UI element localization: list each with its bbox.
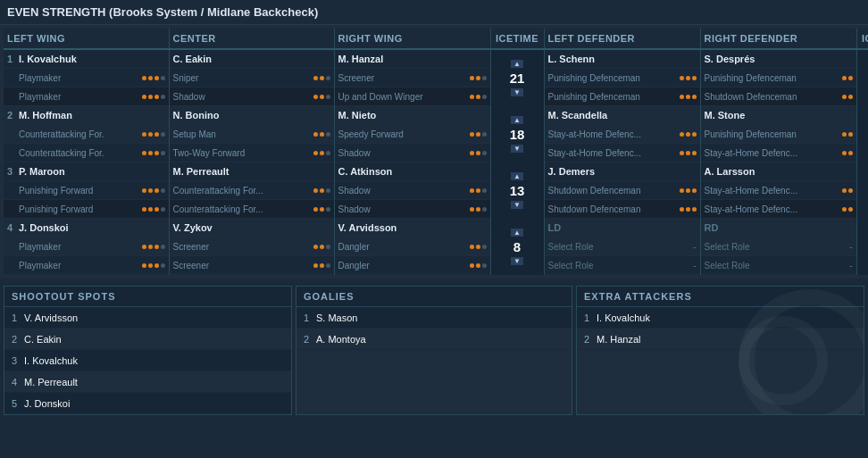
- icetime-up-4[interactable]: ▲: [511, 229, 523, 237]
- role-row-lw-3-1: Punishing Forward: [4, 200, 169, 219]
- lineup-cell-lw-2: 2M. Hoffman Counterattacking For. Counte…: [4, 106, 169, 162]
- col-header-rw: RIGHT WING: [334, 29, 490, 49]
- icetime-cell: ▲ 13 ▼: [490, 162, 544, 219]
- icetime-down-4[interactable]: ▼: [511, 257, 523, 265]
- player-name-lw-4: J. Donskoi: [19, 222, 165, 233]
- player-name-lw-3: P. Maroon: [19, 166, 165, 177]
- icetime-down-2[interactable]: ▼: [511, 145, 523, 153]
- role-row-ld-3-0: Shutdown Defenceman: [545, 181, 700, 200]
- lineup-cell-ld-3: J. Demers Shutdown Defenceman Shutdown D…: [544, 162, 700, 219]
- lineup-cell-lw-4: 4J. Donskoi Playmaker Playmaker: [4, 219, 169, 275]
- lineup-cell-rd-1: S. Després Punishing Defenceman Shutdown…: [700, 49, 856, 106]
- player-row-lw-1: 1I. Kovalchuk: [4, 50, 169, 69]
- player-row-rw-4: V. Arvidsson: [335, 219, 490, 237]
- role-row-rd-1-0: Punishing Defenceman: [701, 69, 856, 87]
- role-row-rd-3-1: Stay-at-Home Defenc...: [701, 200, 856, 219]
- icetime-down-1[interactable]: ▼: [511, 88, 523, 96]
- player-row-ld-2: M. Scandella: [545, 106, 700, 125]
- player-row-rw-1: M. Hanzal: [335, 50, 490, 69]
- role-row-rw-1-1: Up and Down Winger: [335, 87, 490, 106]
- role-row-rw-2-0: Speedy Forward: [335, 125, 490, 144]
- player-row-rd-2: M. Stone: [701, 106, 856, 125]
- lineup-cell-ld-4: LD Select Role - Select Role -: [544, 219, 700, 275]
- icetime-up-2[interactable]: ▲: [511, 116, 523, 124]
- role-row-rw-4-0: Dangler: [335, 237, 490, 256]
- player-row-rd-4: RD: [701, 219, 856, 237]
- role-row-rd-3-0: Stay-at-Home Defenc...: [701, 181, 856, 200]
- player-name-rd-1: S. Després: [705, 54, 853, 64]
- icetime-up-3[interactable]: ▲: [511, 172, 523, 180]
- role-row-rw-1-0: Screener: [335, 69, 490, 87]
- role-row-ld-2-0: Stay-at-Home Defenc...: [545, 125, 700, 144]
- player-row-rd-3: A. Larsson: [701, 162, 856, 181]
- icetime2-cell: ▲ 20 ▼: [856, 106, 868, 162]
- role-row-rw-4-1: Dangler: [335, 256, 490, 275]
- role-row-ld-2-1: Stay-at-Home Defenc...: [545, 144, 700, 162]
- player-row-ld-4: LD: [545, 219, 700, 237]
- lineup-cell-rd-4: RD Select Role - Select Role -: [700, 219, 856, 275]
- role-row-c-4-1: Screener: [170, 256, 334, 275]
- player-row-ld-1: L. Schenn: [545, 50, 700, 69]
- player-name-rd-2: M. Stone: [705, 110, 853, 121]
- player-row-rw-2: M. Nieto: [335, 106, 490, 125]
- table-row: 2M. Hoffman Counterattacking For. Counte…: [4, 106, 868, 162]
- player-name-rw-2: M. Nieto: [338, 110, 487, 121]
- role-row-lw-3-0: Punishing Forward: [4, 181, 169, 200]
- role-row-rd-2-0: Punishing Defenceman: [701, 125, 856, 144]
- player-name-ld-3: J. Demers: [548, 166, 697, 177]
- player-name-rw-3: C. Atkinson: [338, 166, 487, 177]
- player-name-lw-2: M. Hoffman: [19, 110, 165, 121]
- page-title: EVEN STRENGTH (Brooks System / Midlane B…: [0, 0, 868, 25]
- role-row-rd-1-1: Shutdown Defenceman: [701, 87, 856, 106]
- icetime2-cell: ▲ 0 ▼: [856, 219, 868, 275]
- role-row-ld-4-0: Select Role -: [545, 237, 700, 256]
- role-row-lw-1-1: Playmaker: [4, 87, 169, 106]
- player-row-c-3: M. Perreault: [170, 162, 334, 181]
- role-row-rd-4-0: Select Role -: [701, 237, 856, 256]
- lineup-cell-rw-3: C. Atkinson Shadow Shadow: [334, 162, 490, 219]
- line-number: 4: [7, 222, 16, 233]
- role-row-c-4-0: Screener: [170, 237, 334, 256]
- shootout-panel: SHOOTOUT SPOTS 1V. Arvidsson2C. Eakin3I.…: [4, 286, 292, 415]
- player-name-ld-1: L. Schenn: [548, 54, 697, 64]
- icetime-cell: ▲ 8 ▼: [490, 219, 544, 275]
- list-item: 2C. Eakin: [4, 329, 291, 350]
- col-header-icetime1: ICETIME: [490, 29, 544, 49]
- lineup-cell-rw-1: M. Hanzal Screener Up and Down Winger: [334, 49, 490, 106]
- player-name-c-1: C. Eakin: [173, 54, 330, 64]
- role-row-c-1-1: Shadow: [170, 87, 334, 106]
- role-row-ld-3-1: Shutdown Defenceman: [545, 200, 700, 219]
- line-number: 1: [7, 54, 16, 64]
- role-row-lw-1-0: Playmaker: [4, 69, 169, 87]
- col-header-rd: RIGHT DEFENDER: [700, 29, 856, 49]
- icetime-cell: ▲ 21 ▼: [490, 49, 544, 106]
- player-name-lw-1: I. Kovalchuk: [19, 54, 165, 64]
- player-row-rw-3: C. Atkinson: [335, 162, 490, 181]
- player-name-rd-4: RD: [705, 222, 853, 233]
- table-row: 1I. Kovalchuk Playmaker Playmaker C. Eak…: [4, 49, 868, 106]
- icetime-value-3: 13: [510, 183, 525, 198]
- role-row-c-1-0: Sniper: [170, 69, 334, 87]
- shootout-title: SHOOTOUT SPOTS: [4, 287, 291, 307]
- lineup-cell-c-4: V. Zykov Screener Screener: [169, 219, 334, 275]
- lineup-cell-ld-1: L. Schenn Punishing Defenceman Punishing…: [544, 49, 700, 106]
- role-row-rd-4-1: Select Role -: [701, 256, 856, 275]
- list-item: 1V. Arvidsson: [4, 307, 291, 329]
- icetime-down-3[interactable]: ▼: [511, 201, 523, 209]
- player-name-c-4: V. Zykov: [173, 222, 330, 233]
- player-name-c-2: N. Bonino: [173, 110, 330, 121]
- lineup-cell-rd-3: A. Larsson Stay-at-Home Defenc... Stay-a…: [700, 162, 856, 219]
- icetime-cell: ▲ 18 ▼: [490, 106, 544, 162]
- role-row-c-3-0: Counterattacking For...: [170, 181, 334, 200]
- list-item: 1S. Mason: [296, 307, 572, 329]
- role-row-ld-1-0: Punishing Defenceman: [545, 69, 700, 87]
- icetime-up-1[interactable]: ▲: [511, 60, 523, 68]
- col-header-ld: LEFT DEFENDER: [544, 29, 700, 49]
- role-row-rd-2-1: Stay-at-Home Defenc...: [701, 144, 856, 162]
- player-name-ld-4: LD: [548, 222, 697, 233]
- role-row-c-3-1: Counterattacking For...: [170, 200, 334, 219]
- lineup-cell-c-1: C. Eakin Sniper Shadow: [169, 49, 334, 106]
- col-header-lw: LEFT WING: [4, 29, 169, 49]
- lineup-cell-rw-4: V. Arvidsson Dangler Dangler: [334, 219, 490, 275]
- role-row-c-2-1: Two-Way Forward: [170, 144, 334, 162]
